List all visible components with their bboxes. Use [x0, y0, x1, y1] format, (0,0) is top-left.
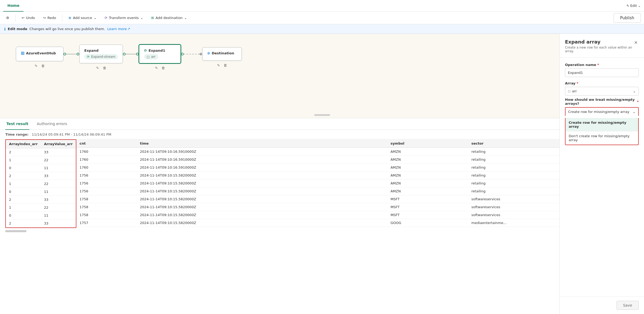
destination-edit-button[interactable]: ✎ — [216, 63, 221, 68]
treat-missing-chevron-icon: ⌄ — [633, 110, 636, 114]
bottom-panel: Test result Authoring errors Last hour ⌄… — [0, 118, 644, 314]
toolbar: ⚙ ↩ Undo ↪ Redo ⊕ Add source ⌄ ⟳ Transfo… — [0, 12, 644, 24]
table-cell: 2024-11-14T09:10:15.5820000Z — [137, 187, 387, 195]
array-select-icon: □ — [568, 90, 570, 93]
destination-node-icon: ⊙ — [207, 51, 210, 55]
table-cell: MSFT — [387, 195, 468, 203]
node-expand1[interactable]: ⟳ Expand1 □ arr ✎ 🗑 — [139, 44, 181, 64]
table-header-row: ArrayIndex_arr ArrayValue_arr — [6, 140, 76, 148]
expand1-delete-button[interactable]: 🗑 — [160, 65, 166, 70]
table-layout: ArrayIndex_arr ArrayValue_arr 2331220112… — [5, 139, 639, 228]
table-cell: AMZN — [387, 148, 468, 156]
undo-button[interactable]: ↩ Undo — [19, 14, 38, 22]
table-cell: 1 — [6, 156, 41, 164]
table-rest-header-row: cnt time symbol sector — [76, 139, 634, 148]
dropdown-option-create[interactable]: Create row for missing/empty array — [566, 118, 638, 131]
transform-events-label: Transform events — [109, 16, 139, 20]
table-row: 122 — [6, 156, 76, 164]
expand1-edit-button[interactable]: ✎ — [154, 65, 159, 70]
table-cell: 0 — [6, 188, 41, 196]
tab-test-result[interactable]: Test result — [5, 118, 29, 130]
table-row: 233 — [6, 220, 76, 227]
table-row: 233 — [6, 172, 76, 180]
destination-node-actions: ✎ 🗑 — [216, 63, 228, 68]
node-destination[interactable]: ⊙ Destination ✎ 🗑 — [202, 47, 242, 61]
treat-missing-select[interactable]: Create row for missing/empty array ⌄ — [565, 107, 639, 116]
azure-edit-button[interactable]: ✎ — [34, 63, 39, 68]
pipeline-canvas: ⊞ AzureEventHub ✎ 🗑 Expand — [0, 34, 644, 118]
array-select[interactable]: □ arr ⌄ — [565, 87, 639, 96]
table-cell: 22 — [41, 156, 76, 164]
destination-delete-button[interactable]: 🗑 — [223, 63, 228, 68]
edit-button[interactable]: ✎ Edit ⌄ — [627, 4, 641, 8]
transform-events-button[interactable]: ⟳ Transform events ⌄ — [101, 14, 146, 22]
settings-button[interactable]: ⚙ — [3, 14, 12, 22]
table-cell: MSFT — [387, 203, 468, 211]
dropdown-option-dont-create[interactable]: Don't create row for missing/empty array — [566, 131, 638, 145]
expand-edit-button[interactable]: ✎ — [95, 65, 100, 70]
undo-icon: ↩ — [22, 16, 25, 20]
tab-authoring-errors[interactable]: Authoring errors — [36, 118, 68, 130]
table-cell: 1756 — [76, 172, 137, 179]
edit-label: Edit — [630, 4, 637, 8]
table-cell: 22 — [41, 180, 76, 188]
canvas-hscroll[interactable] — [314, 114, 330, 116]
table-cell: AMZN — [387, 164, 468, 172]
table-row: 17582024-11-14T09:10:15.5820000ZMSFTsoft… — [76, 195, 634, 203]
learn-more-link[interactable]: Learn more ↗ — [107, 27, 130, 31]
array-required: * — [577, 81, 578, 85]
redo-button[interactable]: ↪ Redo — [40, 14, 59, 22]
tab-home[interactable]: Home — [3, 0, 24, 12]
right-panel-footer: Save — [560, 296, 644, 314]
info-bar: ℹ Edit mode Changes will go live once yo… — [0, 24, 644, 34]
table-row: 17582024-11-14T09:10:15.5820000ZMSFTsoft… — [76, 211, 634, 219]
node-expand[interactable]: Expand ⟳ Expand-stream ✎ 🗑 — [79, 45, 123, 63]
table-row: 17582024-11-14T09:10:15.5820000ZMSFTsoft… — [76, 203, 634, 211]
table-cell: 2 — [6, 148, 41, 156]
connector-dot-4 — [136, 53, 139, 55]
azure-node-actions: ✎ 🗑 — [34, 63, 46, 68]
redo-icon: ↪ — [43, 16, 46, 20]
edit-mode-label: Edit mode — [8, 27, 27, 31]
table-row: 233 — [6, 196, 76, 204]
add-destination-button[interactable]: ⊞ Add destination ⌄ — [148, 14, 190, 22]
remaining-columns: cnt time symbol sector 17602024-11-14T09… — [76, 139, 634, 227]
node-azure-event-hub[interactable]: ⊞ AzureEventHub ✎ 🗑 — [16, 47, 63, 61]
table-row: 011 — [6, 188, 76, 196]
add-source-label: Add source — [73, 16, 92, 20]
expand1-node-icon: ⟳ — [144, 49, 147, 53]
connector-dot-3 — [123, 53, 126, 55]
col-header-arrayindex: ArrayIndex_arr — [6, 140, 41, 148]
data-table-container[interactable]: ArrayIndex_arr ArrayValue_arr 2331220112… — [0, 139, 644, 314]
table-row: 17602024-11-14T09:10:16.5910000ZAMZNreta… — [76, 148, 634, 156]
connector-dot-1 — [63, 53, 66, 55]
external-link-icon: ↗ — [127, 27, 130, 31]
azure-delete-button[interactable]: 🗑 — [40, 63, 46, 68]
right-panel-header: Expand array Create a new row for each v… — [560, 34, 644, 58]
save-button[interactable]: Save — [617, 301, 639, 310]
table-row: 17562024-11-14T09:10:15.5820000ZAMZNreta… — [76, 187, 634, 195]
panel-tabs: Test result Authoring errors Last hour ⌄… — [0, 118, 644, 130]
array-select-chevron-icon: ⌄ — [633, 89, 636, 93]
right-panel-body: Operation name * Array * □ arr ⌄ — [560, 58, 644, 296]
top-bar-right: ✎ Edit ⌄ — [627, 4, 641, 8]
table-cell: 2024-11-14T09:10:16.5910000Z — [137, 156, 387, 164]
table-cell: 1758 — [76, 203, 137, 211]
publish-button[interactable]: Publish — [614, 13, 641, 23]
treat-missing-required: * — [637, 100, 639, 104]
expand-node-sub: ⟳ Expand-stream — [84, 54, 118, 59]
expand1-node-title: Expand1 — [149, 49, 165, 53]
add-source-button[interactable]: ⊕ Add source ⌄ — [66, 14, 99, 22]
table-cell: 0 — [6, 164, 41, 172]
right-panel-close-button[interactable]: ✕ — [633, 39, 639, 46]
info-message: Changes will go live once you publish th… — [29, 27, 105, 31]
connector-dashed-line — [184, 54, 200, 54]
table-cell: 2024-11-14T09:10:15.5820000Z — [137, 179, 387, 187]
highlighted-columns: ArrayIndex_arr ArrayValue_arr 2331220112… — [5, 139, 76, 228]
operation-name-input[interactable] — [565, 68, 639, 77]
table-cell: 0 — [6, 212, 41, 220]
connector-dot-5 — [181, 53, 184, 55]
table-hscroll[interactable] — [5, 230, 26, 232]
table-cell: AMZN — [387, 179, 468, 187]
expand-delete-button[interactable]: 🗑 — [102, 65, 107, 70]
